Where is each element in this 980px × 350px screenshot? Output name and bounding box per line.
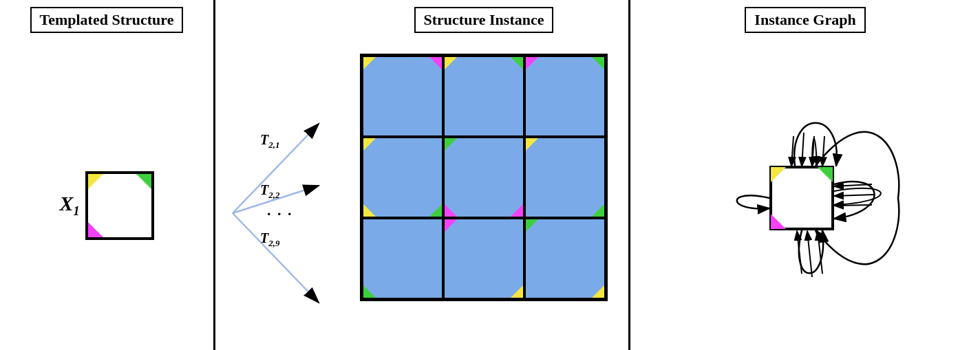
instance-graph-panel: Instance Graph (630, 0, 980, 350)
arrow-line-3 (233, 213, 319, 303)
x1-label: X1 (59, 192, 79, 219)
left-loop (737, 195, 769, 208)
cell11-br (511, 204, 523, 217)
right-in-arr-3 (834, 205, 872, 206)
t21-label: T2,1 (260, 132, 279, 151)
corner-bl-magenta (88, 222, 103, 237)
cell10-br (429, 204, 442, 217)
cell00-tr (429, 57, 442, 69)
cell11-bl (445, 204, 457, 217)
top-down-arr-4 (822, 136, 824, 166)
arrows-container: T2,1 T2,2 · · · T2,9 (222, 103, 332, 323)
cell11-tl (445, 138, 457, 151)
grid-cell-10 (363, 138, 442, 217)
top-down-arr-1 (791, 136, 793, 166)
structure-instance-panel: Structure Instance (339, 0, 628, 350)
right-in-arr-1 (834, 184, 872, 186)
grid-cell-20 (363, 219, 442, 298)
grid-cell-02 (526, 57, 604, 135)
grid-cell-00 (363, 57, 442, 135)
cell10-tl (363, 138, 376, 151)
instance-node-square (771, 167, 833, 229)
corner-tr-green (136, 174, 151, 189)
corner-tl-yellow (88, 174, 103, 189)
top-down-arr-2 (802, 133, 804, 166)
grid-cell-11 (445, 138, 523, 217)
panel1-content: X1 (0, 61, 213, 350)
right-in-arr-2 (834, 195, 874, 196)
grid-cell-22 (526, 219, 604, 298)
cell01-tr (511, 57, 523, 69)
cell21-br (511, 285, 523, 298)
panel1-title: Templated Structure (30, 7, 184, 33)
templated-structure-panel: Templated Structure X1 (0, 0, 213, 350)
dots-label: · · · (267, 205, 293, 223)
t29-label: T2,9 (260, 230, 279, 249)
cell20-bl (363, 285, 376, 298)
panel3-title: Structure Instance (414, 7, 554, 33)
arrows-panel: T2,1 T2,2 · · · T2,9 (215, 0, 339, 350)
cell12-tl (526, 138, 538, 151)
cell22-br (592, 285, 604, 298)
cell01-tl (445, 57, 457, 69)
instance-graph-svg (705, 54, 905, 336)
grid-cell-12 (526, 138, 604, 217)
panel4-title: Instance Graph (745, 7, 865, 33)
template-square (85, 171, 154, 240)
cell12-br (592, 204, 604, 217)
grid-cell-21 (445, 219, 523, 298)
grid-cell-01 (445, 57, 523, 135)
cell21-tl (445, 219, 457, 232)
structure-grid (360, 54, 608, 301)
cell00-tl (363, 57, 376, 69)
cell10-bl (363, 204, 376, 217)
cell02-tr (592, 57, 604, 69)
cell22-tl (526, 219, 538, 232)
cell02-tl (526, 57, 538, 69)
t22-label: T2,2 (260, 182, 279, 201)
bottom-arr-2 (807, 231, 812, 277)
